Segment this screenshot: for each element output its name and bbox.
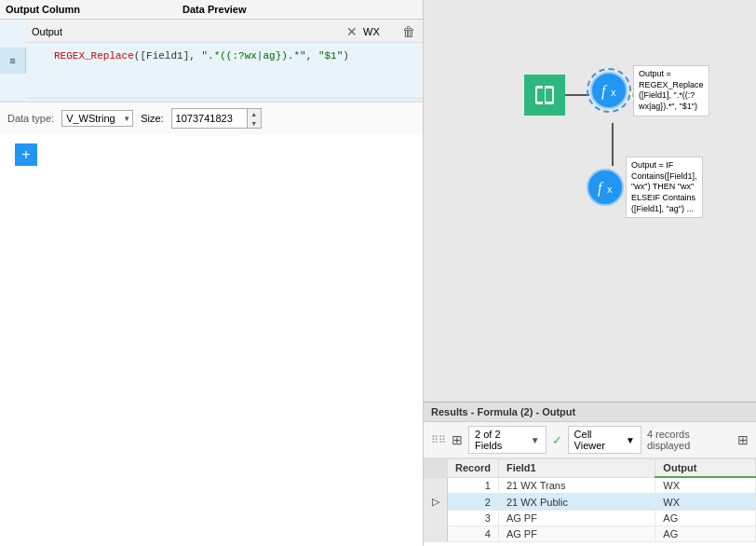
row-selector[interactable]: ▷ [425, 494, 448, 511]
size-up-btn[interactable]: ▲ [248, 109, 261, 118]
formula-close: ) [343, 50, 349, 61]
formula-str1: ".*((:?wx|ag}).*" [201, 50, 305, 61]
formula-node-2[interactable]: f x Output = IFContains([Field1],"wx") T… [587, 157, 703, 218]
output-col-header: Output [655, 459, 756, 478]
add-row-area: + [0, 134, 423, 175]
svg-rect-6 [546, 89, 552, 102]
results-toolbar: ⠿⠿ ⊞ 2 of 2 Fields ▼ ✓ Cell Viewer ▼ 4 r… [424, 422, 756, 458]
grid-view-btn[interactable]: ⊞ [452, 432, 463, 447]
left-panel: Output Column Data Preview ≡ Output ✕ WX… [0, 0, 424, 546]
data-preview-header: Data Preview [182, 4, 417, 15]
svg-text:x: x [607, 184, 613, 195]
output-column-header: Output Column [6, 4, 182, 15]
row-selector[interactable] [425, 477, 448, 494]
table-body: 121 WX TransWX▷221 WX PublicWX3AG PFAG4A… [425, 477, 756, 542]
fields-count: 2 of 2 Fields [475, 429, 528, 451]
record-col-header: Record [448, 459, 499, 478]
field1-col-header: Field1 [498, 459, 655, 478]
formula-content: Output ✕ WX 🗑 REGEX_Replace([Field1], ".… [26, 21, 423, 99]
table-header-row: Record Field1 Output [425, 459, 756, 478]
size-label: Size: [141, 113, 163, 124]
svg-text:x: x [611, 87, 616, 98]
book-node[interactable] [524, 75, 565, 116]
row-number: 2 [448, 494, 499, 511]
formula-node-2-icon: f x [587, 169, 624, 206]
size-input[interactable] [172, 111, 247, 126]
table-row: ▷221 WX PublicWX [425, 494, 756, 511]
table-row: 4AG PFAG [425, 526, 756, 542]
data-type-select[interactable]: V_WString [61, 110, 133, 127]
data-type-select-wrapper: V_WString [61, 110, 133, 127]
formula-str2: "$1" [318, 50, 343, 61]
data-table: Record Field1 Output 121 WX TransWX▷221 … [424, 458, 756, 542]
output-value: Output [32, 26, 344, 37]
right-panel: f x Output =REGEX_Replace([Field1], ".*(… [424, 0, 756, 546]
output-cell: AG [655, 526, 756, 542]
row-selector[interactable] [425, 511, 448, 526]
row-number: 4 [448, 526, 499, 542]
results-header: Results - Formula (2) - Output [424, 403, 756, 422]
formula-display[interactable]: REGEX_Replace([Field1], ".*((:?wx|ag}).*… [26, 43, 423, 99]
formula-row: ≡ Output ✕ WX 🗑 REGEX_Replace([Field1], … [0, 20, 423, 102]
data-type-bar: Data type: V_WString Size: ▲ ▼ [0, 102, 423, 134]
output-row: Output ✕ WX 🗑 [26, 21, 423, 43]
formula-node-1-icon: f x [590, 72, 628, 109]
table-row: 3AG PFAG [425, 511, 756, 526]
cell-viewer-label: Cell Viewer [574, 429, 623, 451]
formula-node-1-label: Output =REGEX_Replace([Field1], ".*((:?w… [633, 65, 709, 116]
field1-cell: 21 WX Trans [498, 477, 655, 494]
cell-viewer-btn[interactable]: Cell Viewer ▼ [568, 426, 641, 454]
book-icon [532, 82, 558, 108]
delete-button[interactable]: 🗑 [400, 24, 417, 39]
clear-button[interactable]: ✕ [344, 24, 359, 39]
column-headers: Output Column Data Preview [0, 0, 423, 20]
formula-args: ([Field1], [134, 50, 202, 61]
data-table-wrapper: Record Field1 Output 121 WX TransWX▷221 … [424, 458, 756, 546]
size-spinners: ▲ ▼ [247, 109, 261, 128]
size-input-group: ▲ ▼ [171, 108, 262, 129]
add-row-button[interactable]: + [15, 143, 37, 166]
fields-badge[interactable]: 2 of 2 Fields ▼ [468, 426, 547, 454]
formula-icon-1: f x [598, 79, 620, 102]
row-number: 3 [448, 511, 499, 526]
preview-value: WX [363, 26, 400, 37]
output-cell: WX [655, 494, 756, 511]
formula-func: REGEX_Replace [54, 50, 134, 61]
row-selector[interactable] [425, 526, 448, 542]
results-panel: Results - Formula (2) - Output ⠿⠿ ⊞ 2 of… [424, 402, 756, 546]
data-type-label: Data type: [7, 113, 54, 124]
field1-cell: AG PF [498, 526, 655, 542]
cell-viewer-dropdown-icon: ▼ [626, 435, 635, 445]
table-row: 121 WX TransWX [425, 477, 756, 494]
output-cell: AG [655, 511, 756, 526]
drag-handle: ⠿⠿ [431, 434, 446, 446]
fields-dropdown-icon: ▼ [531, 435, 540, 445]
left-icons: ≡ [0, 48, 26, 74]
sort-icon[interactable]: ≡ [4, 51, 22, 70]
size-down-btn[interactable]: ▼ [248, 118, 261, 128]
formula-node-2-label: Output = IFContains([Field1],"wx") THEN … [626, 157, 703, 218]
book-node-icon [524, 75, 565, 116]
results-expand-icon[interactable]: ⊞ [737, 432, 749, 447]
records-info: 4 records displayed [647, 429, 732, 451]
formula-icon-2: f x [594, 176, 616, 198]
canvas-area: f x Output =REGEX_Replace([Field1], ".*(… [424, 0, 756, 402]
field1-cell: AG PF [498, 511, 655, 526]
svg-text:f: f [601, 83, 608, 100]
formula-node-1[interactable]: f x Output =REGEX_Replace([Field1], ".*(… [587, 65, 709, 116]
selector-col-header [425, 459, 448, 478]
row-number: 1 [448, 477, 499, 494]
svg-rect-5 [537, 89, 544, 102]
formula-sep: , [306, 50, 318, 61]
formula-node-1-selection: f x [587, 68, 631, 113]
field1-cell: 21 WX Public [498, 494, 655, 511]
check-icon: ✓ [552, 433, 562, 447]
svg-text:f: f [598, 180, 604, 197]
output-cell: WX [655, 477, 756, 494]
